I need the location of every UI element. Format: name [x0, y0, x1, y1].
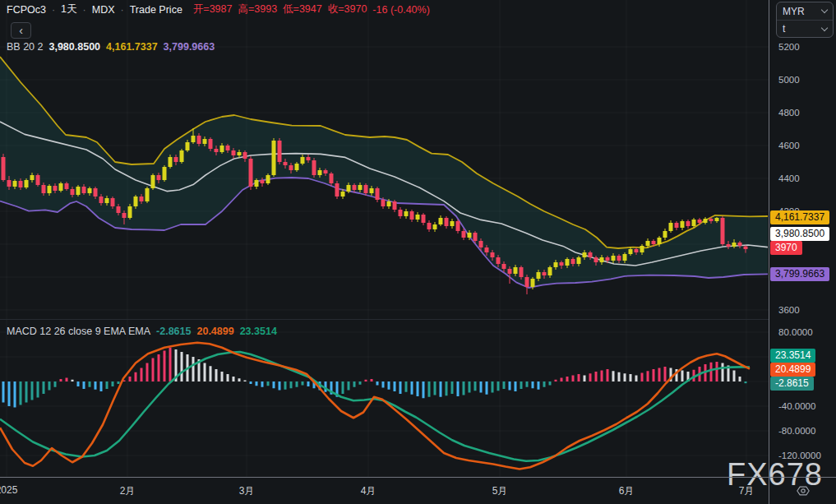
macd-histogram-bar [146, 363, 149, 382]
macd-histogram-bar [589, 373, 592, 381]
macd-histogram-bar [538, 381, 540, 390]
macd-histogram-bar [261, 381, 264, 387]
macd-histogram-bar [716, 362, 718, 381]
macd-histogram-bar [95, 381, 97, 390]
candle [393, 200, 397, 212]
macd-histogram-bar [100, 381, 103, 391]
candle [36, 173, 40, 187]
price-badge: 3,980.8500 [770, 227, 829, 241]
macd-histogram-bar [503, 381, 506, 389]
macd-histogram-bar [520, 381, 523, 389]
macd-histogram-bar [497, 381, 500, 391]
macd-histogram-bar [509, 381, 511, 391]
macd-histogram-bar [653, 369, 655, 381]
macd-histogram-bar [515, 381, 517, 391]
currency-dropdown[interactable]: MYR [777, 2, 833, 20]
time-axis[interactable]: 20252月3月4月5月6月7月 [0, 478, 769, 504]
macd-histogram-bar [238, 378, 241, 381]
macd-badge: -2.8615 [770, 377, 814, 391]
bb-indicator-title: BB 20 2 [7, 41, 43, 53]
macd-histogram-bar [457, 381, 460, 396]
open-label: 开=3987 [193, 2, 233, 16]
candle [272, 138, 276, 177]
candle [335, 181, 339, 199]
macd-histogram-bar [43, 381, 45, 394]
macd-histogram-bar [561, 378, 563, 382]
price-axis-separator [769, 0, 769, 504]
month-label: 4月 [361, 484, 376, 498]
macd-histogram-bar [359, 381, 362, 385]
macd-histogram-bar [227, 374, 229, 381]
macd-histogram-bar [584, 376, 586, 382]
macd-histogram-bar [451, 381, 454, 394]
month-label: 3月 [239, 484, 255, 498]
price-axis[interactable]: 520050004800460044004200360080.0000-40.0… [769, 0, 836, 477]
macd-histogram-bar [31, 381, 34, 400]
macd-histogram-bar [8, 381, 11, 406]
macd-histogram-bar [423, 381, 425, 398]
macd-histogram-bar [14, 381, 16, 408]
macd-histogram-bar [221, 372, 224, 381]
change-value: -16 (-0.40%) [372, 4, 429, 16]
chevron-down-icon [821, 7, 828, 13]
macd-histogram-bar [273, 381, 275, 388]
candle [180, 149, 184, 164]
macd-tick-label: 80.0000 [778, 326, 813, 338]
price-tick-label: 5200 [778, 41, 800, 53]
close-label: 收=3970 [328, 2, 367, 16]
macd-histogram-bar [77, 381, 80, 386]
macd-histogram-bar [296, 381, 298, 387]
pane-separator[interactable] [0, 319, 769, 320]
candle [151, 173, 155, 190]
price-tick-label: 3600 [778, 304, 800, 316]
macd-histogram-bar [210, 366, 212, 381]
macd-histogram-bar [365, 380, 367, 381]
macd-histogram-bar [739, 377, 741, 381]
back-button[interactable]: ‹ [11, 22, 31, 39]
macd-histogram-bar [204, 363, 206, 382]
macd-histogram-bar [244, 381, 247, 382]
candle [2, 154, 6, 182]
macd-histogram-bar [745, 381, 747, 383]
candle [450, 219, 455, 229]
currency-value: MYR [783, 6, 805, 17]
macd-histogram-bar [348, 381, 350, 391]
macd-histogram-bar [566, 377, 569, 381]
macd-histogram-bar [37, 381, 39, 398]
price-and-macd-chart-canvas[interactable] [0, 0, 769, 477]
macd-histogram-bar [256, 381, 258, 386]
macd-histogram-bar [681, 371, 684, 382]
macd-histogram-bar [215, 369, 218, 381]
macd-signal-value: 23.3514 [240, 326, 277, 337]
settings-gear-icon [796, 483, 811, 498]
candle [422, 213, 426, 225]
macd-tick-label: -80.0000 [778, 425, 815, 437]
low-label: 低=3947 [283, 2, 322, 16]
macd-histogram-bar [72, 380, 74, 381]
macd-histogram-bar [446, 381, 448, 395]
macd-histogram-bar [342, 381, 344, 394]
macd-histogram-bar [25, 381, 28, 403]
macd-histogram-bar [428, 381, 431, 397]
macd-histogram-bar [48, 381, 51, 391]
macd-histogram-bar [411, 381, 413, 395]
macd-histogram-bar [630, 374, 632, 381]
candle [76, 185, 81, 197]
separator-dot: · [83, 4, 86, 16]
axis-settings-corner[interactable] [769, 478, 836, 504]
macd-histogram-bar [733, 371, 736, 382]
macd-legend-row: MACD 12 26 close 9 EMA EMA -2.8615 20.48… [7, 326, 277, 337]
close-value: 3970 [344, 3, 367, 15]
macd-histogram-bar [543, 381, 546, 387]
macd-histogram-bar [624, 373, 626, 381]
macd-histogram-bar [141, 368, 143, 382]
macd-badge: 20.4899 [770, 363, 815, 377]
macd-histogram-bar [595, 372, 598, 381]
macd-histogram-bar [635, 376, 638, 382]
macd-histogram-bar [267, 381, 270, 386]
symbol-legend-row: FCPOc3 · 1天 · MDX · Trade Price 开=3987 高… [7, 2, 430, 16]
candle [681, 220, 685, 230]
unit-dropdown[interactable]: t [777, 20, 833, 37]
exchange-label: MDX [92, 4, 115, 16]
macd-histogram-bar [353, 381, 356, 387]
